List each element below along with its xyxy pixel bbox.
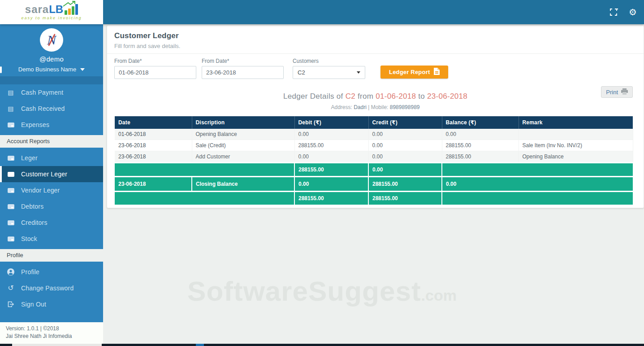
cell-date: 23-06-2018 <box>115 140 192 151</box>
cell-debit: 288155.00 <box>294 140 368 151</box>
table-row: 23-06-2018 Sale (Credit) 288155.00 0.00 … <box>115 140 633 151</box>
cell-debit: 0.00 <box>294 129 368 140</box>
menu-scroll-cutoff <box>0 76 103 84</box>
card-icon <box>7 188 15 193</box>
sign-out-icon <box>7 301 15 308</box>
logo-barchart-icon <box>65 4 78 15</box>
cell-remark <box>519 129 633 140</box>
select-caret-icon <box>357 71 360 74</box>
sidebar-item-profile[interactable]: Profile <box>0 264 103 280</box>
from-date-label: From Date* <box>114 58 196 64</box>
sidebar-item-label: Sign Out <box>21 301 46 308</box>
ledger-filter-form: From Date* From Date* Customers C2 Ledge… <box>107 54 644 80</box>
col-header-remark: Remark <box>519 116 633 129</box>
sidebar: N @demo Demo Business Name ▤ Cash Paymen… <box>0 24 103 322</box>
sidebar-item-label: Cash Payment <box>21 89 63 96</box>
cell-credit: 0.00 <box>368 140 442 151</box>
col-header-date: Date <box>115 116 192 129</box>
watermark-text: SoftwareSuggest <box>187 276 421 307</box>
cell-description: Add Customer <box>192 151 294 163</box>
from-date-input[interactable] <box>114 66 196 79</box>
printer-icon <box>621 88 628 96</box>
taskbar-edge <box>0 344 644 346</box>
cell-debit: 0.00 <box>294 151 368 163</box>
customers-selected-value: C2 <box>298 69 305 76</box>
sidebar-item-label: Cash Received <box>21 105 65 112</box>
report-title-customer: C2 <box>346 92 355 101</box>
total-empty <box>115 192 294 205</box>
sidebar-section-profile: Profile <box>0 249 103 262</box>
sidebar-footer: Version: 1.0.1 | ©2018 Jai Shree Nath Ji… <box>0 322 103 344</box>
sidebar-item-leger[interactable]: Leger <box>0 150 103 166</box>
sidebar-item-expenses[interactable]: Expenses <box>0 117 103 133</box>
sidebar-profile-block: N @demo Demo Business Name <box>0 24 103 73</box>
watermark-suffix: .com <box>421 287 457 304</box>
customers-select[interactable]: C2 <box>293 66 365 79</box>
sidebar-item-label: Change Password <box>21 285 73 292</box>
sidebar-item-vendor-leger[interactable]: Vendor Leger <box>0 182 103 198</box>
report-title-to-word: to <box>418 92 425 101</box>
fullscreen-icon[interactable] <box>609 8 618 17</box>
reset-arrow-icon: ↺ <box>7 285 15 292</box>
document-icon <box>434 68 440 76</box>
business-name: Demo Business Name <box>18 66 76 73</box>
closing-label: Closing Balance <box>192 177 294 192</box>
cell-description: Opening Balance <box>192 129 294 140</box>
sidebar-item-customer-leger[interactable]: Customer Leger <box>0 166 103 182</box>
print-button[interactable]: Print <box>601 86 633 98</box>
from-date-group: From Date* <box>114 58 196 79</box>
table-row: 01-06-2018 Opening Balance 0.00 0.00 0.0… <box>115 129 633 140</box>
card-icon <box>7 204 15 209</box>
avatar[interactable]: N <box>40 28 63 52</box>
taskbar-segment-light <box>12 344 102 346</box>
card-icon <box>7 123 15 127</box>
user-handle: @demo <box>0 55 103 63</box>
table-row: 23-06-2018 Add Customer 0.00 0.00 288155… <box>115 151 633 163</box>
address-divider: | <box>368 104 369 110</box>
taskbar-segment-blue <box>196 344 204 346</box>
total-row: 288155.00 288155.00 <box>115 192 633 205</box>
sidebar-item-label: Creditors <box>21 219 48 226</box>
sidebar-item-creditors[interactable]: Creditors <box>0 215 103 231</box>
closing-credit: 288155.00 <box>368 177 442 192</box>
customer-ledger-card: Customer Ledger Fill form and save detai… <box>107 25 644 208</box>
col-header-balance: Balance (₹) <box>442 116 519 129</box>
logo-tagline: easy to make invoicing <box>21 16 82 20</box>
gear-icon[interactable]: ⚙ <box>629 8 637 17</box>
cell-credit: 0.00 <box>368 129 442 140</box>
mobile-label: Mobile: <box>371 104 389 110</box>
ledger-report-button[interactable]: Ledger Report <box>380 66 448 79</box>
total-empty <box>442 192 633 205</box>
sidebar-item-cash-payment[interactable]: ▤ Cash Payment <box>0 84 103 101</box>
subtotal-credit: 0.00 <box>368 163 442 177</box>
subtotal-empty <box>115 163 294 177</box>
business-name-toggle[interactable]: Demo Business Name <box>0 66 103 73</box>
sidebar-item-sign-out[interactable]: Sign Out <box>0 296 103 312</box>
subtotal-empty <box>442 163 633 177</box>
cell-description: Sale (Credit) <box>192 140 294 151</box>
sidebar-item-debtors[interactable]: Debtors <box>0 198 103 215</box>
to-date-label: From Date* <box>202 58 284 64</box>
sidebar-item-change-password[interactable]: ↺ Change Password <box>0 280 103 296</box>
sidebar-scrollbar-thumb[interactable] <box>0 66 2 73</box>
closing-debit: 0.00 <box>294 177 368 192</box>
closing-balance-row: 23-06-2018 Closing Balance 0.00 288155.0… <box>115 177 633 192</box>
sidebar-item-stock[interactable]: Stock <box>0 231 103 247</box>
company-text: Jai Shree Nath Ji Infomedia <box>6 333 103 340</box>
version-text: Version: 1.0.1 | ©2018 <box>6 325 103 333</box>
report-title-from-date: 01-06-2018 <box>376 92 416 101</box>
sidebar-item-cash-received[interactable]: ▤ Cash Received <box>0 101 103 117</box>
logo-text-lb: LB <box>49 4 63 15</box>
to-date-input[interactable] <box>202 66 284 79</box>
page-title: Customer Ledger <box>114 31 636 40</box>
report-title: Ledger Details of C2 from 01-06-2018 to … <box>107 92 644 101</box>
sidebar-item-label: Expenses <box>21 121 49 128</box>
cell-balance: 288155.00 <box>442 151 519 163</box>
card-header: Customer Ledger Fill form and save detai… <box>107 26 644 54</box>
report-header: Ledger Details of C2 from 01-06-2018 to … <box>107 92 644 110</box>
receipt-icon: ▤ <box>7 89 15 96</box>
card-icon <box>7 156 15 161</box>
card-icon <box>7 172 15 177</box>
logo-text-sara: sara <box>25 4 49 15</box>
card-icon <box>7 220 15 225</box>
